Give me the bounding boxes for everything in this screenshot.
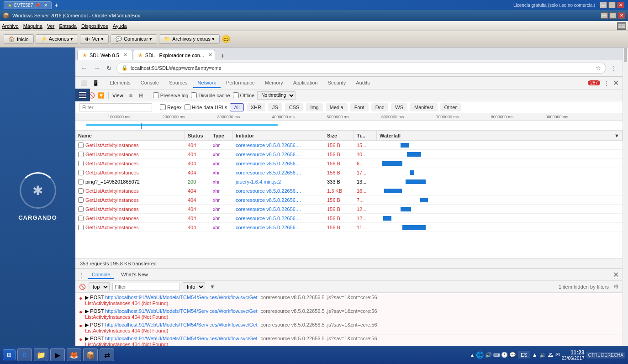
start-button[interactable]: ⊞ bbox=[3, 349, 16, 360]
row-checkbox-2[interactable] bbox=[78, 161, 84, 166]
devtools-tab-console[interactable]: Console bbox=[136, 78, 164, 88]
devtools-tab-network[interactable]: Network bbox=[193, 78, 221, 88]
table-row[interactable]: ping?_=1498201865072 200 xhr jquery-1.6.… bbox=[75, 177, 623, 186]
row-checkbox-9[interactable] bbox=[78, 225, 84, 230]
console-tab-console[interactable]: Console bbox=[88, 271, 114, 279]
filter-img-btn[interactable]: Img bbox=[306, 103, 322, 111]
row-checkbox-3[interactable] bbox=[78, 170, 84, 175]
filter-media-btn[interactable]: Media bbox=[326, 103, 348, 111]
taskbar-app-files[interactable]: 📁 bbox=[34, 348, 48, 361]
table-row[interactable]: GetListActivityInstances 404 xhr coreres… bbox=[75, 150, 623, 159]
vbox-menu-ver[interactable]: Ver bbox=[47, 23, 55, 29]
table-row[interactable]: GetListActivityInstances 404 xhr coreres… bbox=[75, 223, 623, 232]
disable-cache-checkbox[interactable] bbox=[191, 92, 197, 98]
table-row[interactable]: GetListActivityInstances 404 xhr coreres… bbox=[75, 205, 623, 214]
table-row[interactable]: GetListActivityInstances 404 xhr coreres… bbox=[75, 214, 623, 223]
expand-icon[interactable]: ▲ bbox=[532, 352, 538, 358]
customize-btn[interactable]: ⋮ bbox=[609, 63, 619, 74]
up-arrow-icon[interactable]: ▲ bbox=[470, 353, 475, 358]
hide-data-urls-label[interactable]: Hide data URLs bbox=[185, 104, 227, 110]
filter-other-btn[interactable]: Other bbox=[440, 103, 461, 111]
new-browser-tab-btn[interactable]: + bbox=[216, 51, 229, 60]
vbox-btn-comunicar[interactable]: 💬 Comunicar ▾ bbox=[111, 34, 157, 44]
hide-data-urls-checkbox[interactable] bbox=[185, 104, 190, 110]
row-checkbox-7[interactable] bbox=[78, 206, 84, 212]
table-row[interactable]: GetListActivityInstances 404 xhr coreres… bbox=[75, 195, 623, 205]
devtools-more-icon[interactable]: ⋮ bbox=[602, 79, 611, 87]
language-btn[interactable]: ES bbox=[518, 351, 530, 359]
bookmark-btn[interactable]: ☆ bbox=[596, 64, 601, 71]
devtools-inspect-icon[interactable]: ⬜ bbox=[79, 79, 90, 87]
tab1-close-icon[interactable]: ✕ bbox=[123, 52, 127, 58]
filter-manifest-btn[interactable]: Manifest bbox=[410, 103, 438, 111]
preserve-log-label[interactable]: Preserve log bbox=[153, 92, 189, 98]
devtools-tab-security[interactable]: Security bbox=[323, 78, 350, 88]
os-maximize-btn[interactable]: □ bbox=[608, 2, 616, 8]
console-url-1[interactable]: http://localhost:91/WebUI/Models/TCM54/S… bbox=[105, 308, 257, 314]
console-url-0[interactable]: http://localhost:91/WebUI/Models/TCM54/S… bbox=[105, 295, 257, 300]
row-checkbox-5[interactable] bbox=[78, 188, 84, 194]
tab2-close-icon[interactable]: ✕ bbox=[208, 52, 212, 58]
console-url-3[interactable]: http://localhost:91/WebUI/Models/TCM54/S… bbox=[105, 336, 257, 341]
url-bar[interactable]: 🔒 localhost:91/SDL/#app=wcm&entry=cme ☆ bbox=[116, 63, 606, 74]
console-options-icon[interactable]: ⋮ bbox=[79, 272, 84, 278]
back-btn[interactable]: ← bbox=[79, 63, 89, 74]
vbox-menu-dispositivos[interactable]: Dispositivos bbox=[81, 23, 108, 29]
preserve-log-checkbox[interactable] bbox=[153, 92, 159, 98]
console-tab-whatsnew[interactable]: What's New bbox=[117, 271, 151, 279]
console-entry-1[interactable]: ● ▶ POST http://localhost:91/WebUI/Model… bbox=[75, 307, 623, 321]
devtools-close-btn[interactable]: ✕ bbox=[613, 79, 619, 87]
browser-os-tab[interactable]: ★ CVT0587 📌 ✕ bbox=[4, 1, 52, 9]
taskbar-app-transfer[interactable]: ⇄ bbox=[100, 348, 114, 361]
vbox-menu-maquina[interactable]: Máquina bbox=[23, 23, 42, 29]
vbox-minimize-btn[interactable]: — bbox=[601, 12, 608, 19]
filter-xhr-btn[interactable]: XHR bbox=[247, 103, 265, 111]
filter-font-btn[interactable]: Font bbox=[350, 103, 369, 111]
console-clear-btn[interactable]: 🚫 bbox=[79, 284, 86, 290]
filter-all-btn[interactable]: All bbox=[230, 103, 243, 111]
taskbar-app-media[interactable]: ▶ bbox=[50, 348, 65, 361]
filter-ws-btn[interactable]: WS bbox=[391, 103, 407, 111]
row-checkbox-1[interactable] bbox=[78, 152, 84, 157]
vbox-maximize-btn[interactable]: □ bbox=[609, 12, 617, 19]
row-checkbox-8[interactable] bbox=[78, 216, 84, 221]
row-checkbox-0[interactable] bbox=[78, 142, 84, 148]
offline-label[interactable]: Offline bbox=[233, 92, 255, 98]
resize-icon[interactable] bbox=[617, 22, 626, 30]
vbox-btn-inicio[interactable]: 🏠 Inicio bbox=[4, 34, 34, 44]
table-row[interactable]: GetListActivityInstances 404 xhr coreres… bbox=[75, 186, 623, 195]
filter-doc-btn[interactable]: Doc bbox=[371, 103, 389, 111]
console-entry-2[interactable]: ● ▶ POST http://localhost:91/WebUI/Model… bbox=[75, 321, 623, 335]
devtools-tab-application[interactable]: Application bbox=[289, 78, 322, 88]
table-row[interactable]: GetListActivityInstances 404 xhr coreres… bbox=[75, 168, 623, 177]
filter-js-btn[interactable]: JS bbox=[268, 103, 282, 111]
os-minimize-btn[interactable]: — bbox=[600, 2, 607, 8]
devtools-device-icon[interactable]: 📱 bbox=[90, 79, 101, 87]
throttle-select[interactable]: No throttling bbox=[257, 91, 296, 100]
disable-cache-label[interactable]: Disable cache bbox=[191, 92, 230, 98]
os-tab-close-icon[interactable]: ✕ bbox=[44, 3, 47, 8]
hamburger-menu[interactable] bbox=[75, 89, 90, 101]
console-url-2[interactable]: http://localhost:91/WebUI/Models/TCM54/S… bbox=[105, 322, 257, 327]
regex-checkbox[interactable] bbox=[160, 104, 166, 110]
devtools-tab-sources[interactable]: Sources bbox=[164, 78, 192, 88]
offline-checkbox[interactable] bbox=[233, 92, 239, 98]
scrollbar-thumb[interactable] bbox=[624, 48, 627, 62]
browser-tab-1[interactable]: ★ SDL Web 8.5 ✕ bbox=[77, 50, 132, 60]
view-list-icon[interactable]: ≡ bbox=[127, 91, 134, 100]
filter-css-btn[interactable]: CSS bbox=[285, 103, 304, 111]
devtools-tab-audits[interactable]: Audits bbox=[351, 78, 375, 88]
vbox-menu-ayuda[interactable]: Ayuda bbox=[113, 23, 127, 29]
vbox-btn-acciones[interactable]: ⚡ Acciones ▾ bbox=[36, 34, 79, 44]
console-context-select[interactable]: top bbox=[89, 282, 110, 291]
view-grid-icon[interactable]: ⊞ bbox=[137, 91, 145, 100]
console-entry-0[interactable]: ● ▶ POST http://localhost:91/WebUI/Model… bbox=[75, 294, 623, 307]
taskbar-app-firefox[interactable]: 🦊 bbox=[67, 348, 81, 361]
taskbar-app-vbox[interactable]: 📦 bbox=[83, 348, 98, 361]
devtools-tab-performance[interactable]: Performance bbox=[222, 78, 259, 88]
console-level-select[interactable]: Info bbox=[183, 282, 205, 291]
taskbar-app-ie[interactable]: e bbox=[17, 348, 32, 361]
console-filter-input[interactable] bbox=[112, 283, 180, 291]
regex-label[interactable]: Regex bbox=[160, 104, 182, 110]
refresh-btn[interactable]: ↻ bbox=[105, 63, 114, 74]
